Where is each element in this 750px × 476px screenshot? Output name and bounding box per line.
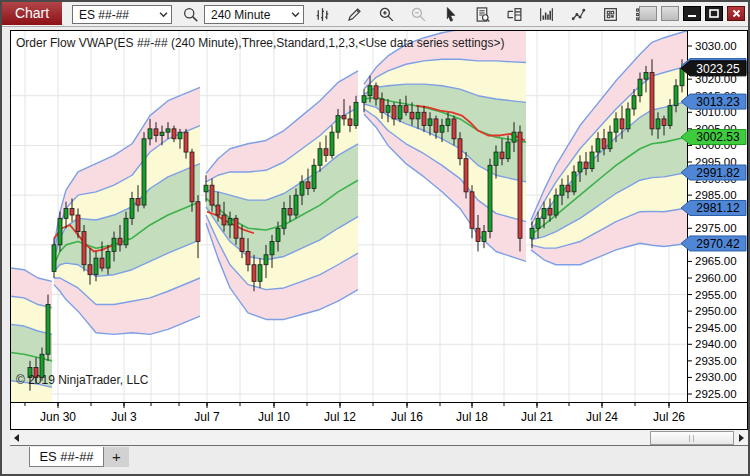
svg-text:2955.00: 2955.00 [695, 289, 737, 301]
svg-text:Jul 12: Jul 12 [324, 410, 356, 424]
drawing-tools-button[interactable] [342, 5, 366, 24]
zoom-out-button[interactable] [406, 5, 430, 24]
svg-text:2981.12: 2981.12 [696, 201, 740, 215]
svg-text:2970.42: 2970.42 [696, 237, 740, 251]
chart-trader-button[interactable] [502, 5, 526, 24]
arrow-left-icon [14, 434, 19, 442]
toolbar-icons [310, 5, 662, 24]
arrow-right-icon [739, 434, 744, 442]
data-box-button[interactable] [470, 5, 494, 24]
zoom-in-icon [378, 6, 395, 23]
zoom-out-icon [410, 6, 427, 23]
instrument-value: ES ##-## [79, 8, 129, 22]
svg-text:3030.00: 3030.00 [695, 40, 737, 52]
chart-trader-icon [506, 6, 523, 23]
drawing-tools-icon [346, 6, 363, 23]
copyright-text: © 2019 NinjaTrader, LLC [16, 373, 148, 387]
price-badge: 3013.23 [681, 94, 746, 109]
scroll-right-button[interactable] [735, 431, 748, 445]
chart-panel: 3030.003025.003020.003015.003010.003005.… [10, 30, 748, 430]
zoom-in-button[interactable] [374, 5, 398, 24]
close-button[interactable] [727, 6, 745, 21]
svg-text:3023.25: 3023.25 [696, 62, 740, 76]
cursor-button[interactable] [438, 5, 462, 24]
svg-text:Jul 26: Jul 26 [653, 410, 685, 424]
svg-text:Jul 16: Jul 16 [391, 410, 423, 424]
window-controls [639, 6, 745, 21]
svg-text:Jul 18: Jul 18 [456, 410, 488, 424]
svg-text:2985.00: 2985.00 [695, 189, 737, 201]
add-tab-button[interactable]: + [104, 447, 129, 467]
price-badge: 2991.82 [681, 165, 746, 180]
svg-text:3002.53: 3002.53 [696, 130, 740, 144]
minimize-button[interactable] [683, 6, 701, 21]
svg-text:2945.00: 2945.00 [695, 322, 737, 334]
instrument-selector[interactable]: ES ##-## [72, 5, 172, 24]
indicators-button[interactable] [534, 5, 558, 24]
chart-style-button[interactable] [310, 5, 334, 24]
price-chart[interactable]: 3030.003025.003020.003015.003010.003005.… [10, 30, 748, 430]
data-box-icon [474, 6, 491, 23]
svg-text:2991.82: 2991.82 [696, 166, 740, 180]
title-bar: Chart ES ##-## 240 Minute [2, 2, 748, 27]
svg-text:Jun 30: Jun 30 [40, 410, 76, 424]
chart-window: Chart ES ##-## 240 Minute 3030.003025.00… [0, 0, 750, 476]
instrument-search-button[interactable] [178, 5, 202, 24]
search-icon [182, 6, 199, 23]
svg-text:2935.00: 2935.00 [695, 355, 737, 367]
svg-text:Jul 10: Jul 10 [258, 410, 290, 424]
svg-text:Jul 3: Jul 3 [111, 410, 137, 424]
svg-text:2950.00: 2950.00 [695, 305, 737, 317]
minimize-icon [687, 9, 697, 18]
properties-button[interactable] [598, 5, 622, 24]
svg-text:2965.00: 2965.00 [695, 255, 737, 267]
maximize-icon [709, 9, 719, 18]
scrollbar-thumb[interactable] [650, 431, 734, 445]
svg-text:2960.00: 2960.00 [695, 272, 737, 284]
strategies-button[interactable] [566, 5, 590, 24]
svg-text:2930.00: 2930.00 [695, 371, 737, 383]
window-link-button-1[interactable] [639, 6, 657, 21]
chevron-down-icon [291, 12, 300, 18]
interval-selector[interactable]: 240 Minute [204, 5, 304, 24]
window-type-label: Chart [2, 2, 62, 25]
maximize-button[interactable] [705, 6, 723, 21]
price-badge: 3002.53 [681, 130, 746, 145]
properties-icon [602, 6, 619, 23]
scroll-left-button[interactable] [10, 431, 23, 445]
svg-text:Jul 7: Jul 7 [194, 410, 220, 424]
price-badge: 2981.12 [681, 201, 746, 216]
tab-instrument[interactable]: ES ##-## [29, 447, 104, 467]
horizontal-scrollbar[interactable] [10, 431, 748, 446]
window-link-button-2[interactable] [661, 6, 679, 21]
svg-text:2975.00: 2975.00 [695, 222, 737, 234]
svg-text:Jul 24: Jul 24 [586, 410, 618, 424]
tab-bar: ES ##-## + [2, 447, 748, 471]
chart-style-icon [314, 6, 331, 23]
indicators-icon [538, 6, 555, 23]
interval-value: 240 Minute [211, 8, 270, 22]
svg-text:3013.23: 3013.23 [696, 95, 740, 109]
indicator-label: Order Flow VWAP(ES ##-## (240 Minute),Th… [16, 36, 504, 50]
close-icon [732, 9, 741, 18]
cursor-icon [442, 6, 459, 23]
svg-text:2940.00: 2940.00 [695, 338, 737, 350]
price-badge: 3023.25 [681, 61, 746, 76]
strategies-icon [570, 6, 587, 23]
svg-text:Jul 21: Jul 21 [521, 410, 553, 424]
svg-text:2925.00: 2925.00 [695, 388, 737, 400]
price-badge: 2970.42 [681, 236, 746, 251]
chevron-down-icon [159, 12, 168, 18]
